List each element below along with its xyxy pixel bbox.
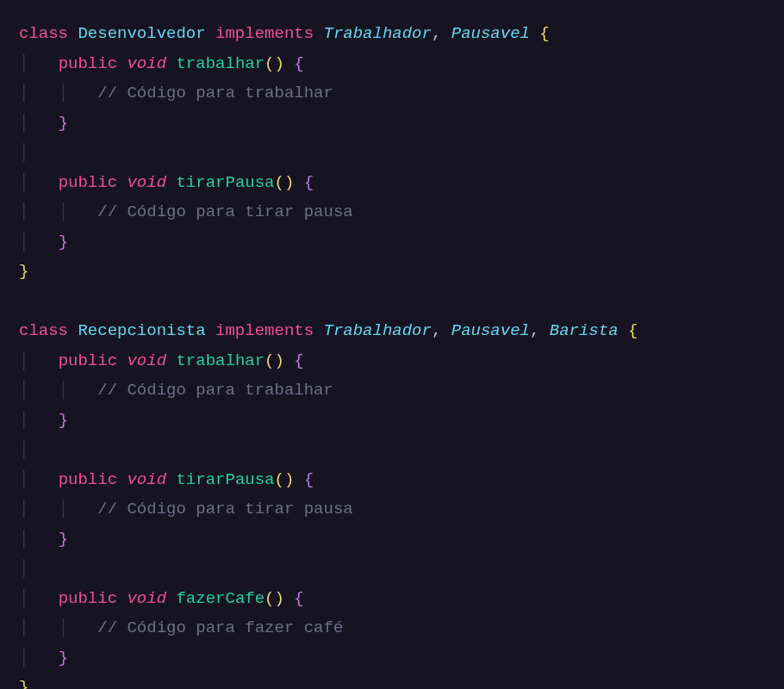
interface-name: Trabalhador <box>324 321 432 340</box>
code-line: │ public void trabalhar() { <box>19 351 304 370</box>
code-line: │ } <box>19 649 68 667</box>
code-line: │ public void tirarPausa() { <box>19 470 314 489</box>
keyword-public: public <box>59 470 117 489</box>
code-line: │ public void fazerCafe() { <box>19 589 304 608</box>
code-line: │ │ // Código para trabalhar <box>19 84 333 102</box>
keyword-implements: implements <box>215 321 314 340</box>
keyword-void: void <box>127 589 166 608</box>
keyword-public: public <box>59 589 117 608</box>
code-line: │ } <box>19 233 68 251</box>
interface-name: Barista <box>550 321 619 340</box>
code-line: │ <box>19 559 28 578</box>
keyword-class: class <box>19 24 68 43</box>
method-name: fazerCafe <box>176 589 264 608</box>
keyword-class: class <box>19 321 68 340</box>
interface-name: Trabalhador <box>324 24 432 43</box>
class-name: Recepcionista <box>78 321 205 340</box>
code-line: │ │ // Código para fazer café <box>19 618 343 637</box>
keyword-public: public <box>59 54 117 73</box>
comment: // Código para trabalhar <box>97 381 333 400</box>
code-line: │ public void tirarPausa() { <box>19 173 314 192</box>
code-line: │ <box>19 440 28 459</box>
code-line: │ <box>19 143 28 162</box>
code-line: } <box>19 262 28 281</box>
comment: // Código para trabalhar <box>97 84 333 102</box>
method-name: trabalhar <box>176 54 264 73</box>
code-line: │ } <box>19 411 68 430</box>
class-name: Desenvolvedor <box>78 24 205 43</box>
code-line: │ │ // Código para tirar pausa <box>19 500 353 518</box>
interface-name: Pausavel <box>451 24 530 43</box>
keyword-void: void <box>127 470 166 489</box>
code-line: │ │ // Código para trabalhar <box>19 381 333 400</box>
comment: // Código para tirar pausa <box>97 500 352 518</box>
keyword-void: void <box>127 173 166 192</box>
keyword-public: public <box>59 173 117 192</box>
interface-name: Pausavel <box>451 321 530 340</box>
method-name: tirarPausa <box>176 173 274 192</box>
comment: // Código para fazer café <box>97 618 343 637</box>
comment: // Código para tirar pausa <box>97 202 352 221</box>
code-line: class Recepcionista implements Trabalhad… <box>19 321 638 340</box>
code-line: │ │ // Código para tirar pausa <box>19 202 353 221</box>
keyword-void: void <box>127 54 166 73</box>
keyword-void: void <box>127 351 166 370</box>
keyword-public: public <box>59 351 117 370</box>
code-line: │ } <box>19 114 68 133</box>
code-line: │ } <box>19 530 68 549</box>
method-name: trabalhar <box>176 351 264 370</box>
code-line: } <box>19 678 28 689</box>
code-editor[interactable]: class Desenvolvedor implements Trabalhad… <box>0 0 784 689</box>
code-line <box>19 292 28 311</box>
method-name: tirarPausa <box>176 470 274 489</box>
keyword-implements: implements <box>215 24 314 43</box>
code-line: │ public void trabalhar() { <box>19 54 304 73</box>
code-line: class Desenvolvedor implements Trabalhad… <box>19 24 550 43</box>
